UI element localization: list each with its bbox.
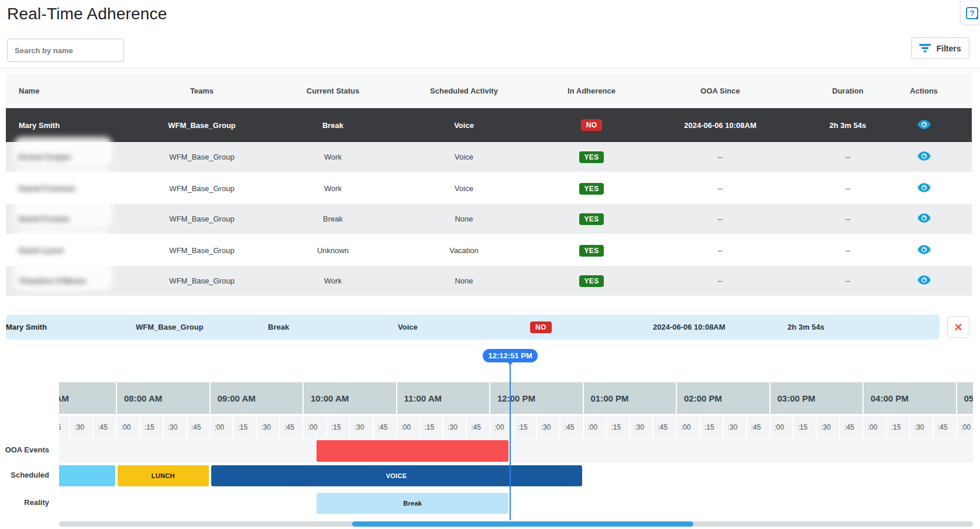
scheduled-bar: [59, 465, 115, 486]
eye-icon: [917, 245, 931, 254]
quarter-tick: :00: [771, 416, 793, 439]
table-row[interactable]: Mary SmithWFM_Base_GroupBreakVoiceNO2024…: [6, 108, 972, 142]
hour-cell: 01:00 PM: [584, 382, 676, 414]
current-time-pill: 12:12:51 PM: [483, 349, 538, 362]
privacy-blur: [14, 168, 112, 198]
hour-cell: 03:00 PM: [771, 382, 863, 414]
quarter-tick: :15: [420, 416, 442, 439]
scheduled-activity: Voice: [398, 121, 530, 130]
hour-cell: 04:00 PM: [864, 382, 956, 414]
reality-row-label: Reality: [0, 498, 49, 507]
quarter-tick: :45: [840, 416, 862, 439]
current-time-pill-tail: [507, 362, 513, 365]
hour-cell: 10:00 AM: [304, 382, 396, 414]
current-status: Break: [268, 121, 398, 130]
scheduled-activity: Voice: [398, 323, 530, 331]
duration: --: [788, 215, 908, 223]
help-icon: ?: [966, 7, 978, 19]
search-input[interactable]: [7, 39, 124, 62]
table-row[interactable]: David LynchWFM_Base_GroupUnknownVacation…: [6, 235, 972, 266]
quarter-tick: :45: [561, 416, 583, 439]
quarter-tick: :00: [397, 416, 419, 439]
quarter-tick: :45: [747, 416, 769, 439]
column-header: Scheduled Activity: [398, 87, 530, 95]
quarter-tick: :45: [934, 416, 956, 439]
agent-team: WFM_Base_Group: [136, 246, 268, 255]
table-row[interactable]: Ernest CooperWFM_Base_GroupWorkVoiceYES-…: [6, 142, 972, 173]
quarter-tick: :15: [793, 416, 816, 439]
column-header: Teams: [136, 87, 268, 95]
timeline-scrollbar-track[interactable]: [59, 521, 973, 527]
duration: --: [788, 153, 908, 161]
view-agent-button[interactable]: [915, 244, 933, 257]
quarter-tick: :15: [140, 416, 163, 439]
agent-team: WFM_Base_Group: [136, 215, 268, 223]
filters-button[interactable]: Filters: [911, 37, 969, 59]
scheduled-activity: Voice: [398, 184, 530, 193]
scheduled-bar: VOICE: [211, 465, 582, 486]
rta-page: Real-Time Adherence ? Filters NameTeamsC…: [0, 0, 980, 529]
current-time-line: [510, 362, 511, 520]
adherence-badge: YES: [579, 245, 604, 257]
duration: --: [788, 246, 908, 255]
eye-icon: [917, 120, 931, 129]
timeline-area: 07:00 AM08:00 AM09:00 AM10:00 AM11:00 AM…: [59, 382, 973, 529]
table-body: Mary SmithWFM_Base_GroupBreakVoiceNO2024…: [6, 108, 972, 297]
eye-icon: [917, 275, 931, 285]
quarter-tick: :30: [257, 416, 279, 439]
current-status: Work: [268, 153, 398, 161]
hour-cell: 08:00 AM: [117, 382, 209, 414]
selected-agent-detail-row: Mary SmithWFM_Base_GroupBreakVoiceNO2024…: [6, 314, 940, 340]
ooa-since: --: [653, 246, 788, 255]
ooa-since: --: [653, 153, 788, 161]
close-detail-button[interactable]: ✕: [947, 316, 969, 338]
view-agent-button[interactable]: [915, 182, 933, 195]
current-status: Work: [268, 276, 398, 285]
scheduled-row-label: Scheduled: [0, 471, 49, 479]
eye-icon: [917, 151, 931, 161]
hour-cell: 12:00 PM: [490, 382, 583, 414]
quarter-tick: :30: [724, 416, 746, 439]
column-header: Actions: [908, 87, 972, 95]
adherence-badge: YES: [579, 213, 604, 225]
quarter-tick: :30: [817, 416, 839, 439]
agent-name: David Froome: [19, 215, 70, 223]
agent-team: WFM_Base_Group: [136, 323, 268, 331]
view-agent-button[interactable]: [915, 150, 933, 164]
quarter-tick: :30: [350, 416, 373, 439]
help-button[interactable]: ?: [960, 0, 980, 25]
view-agent-button[interactable]: [915, 212, 933, 226]
hour-cell: 02:00 PM: [677, 382, 769, 414]
agent-team: WFM_Base_Group: [136, 184, 268, 193]
scheduled-activity: None: [398, 215, 530, 223]
agent-team: WFM_Base_Group: [136, 276, 268, 285]
quarter-tick: :45: [187, 416, 209, 439]
quarter-tick: :30: [537, 416, 559, 439]
agent-name: Theodore O'Moore: [19, 276, 86, 285]
column-header: OOA Since: [653, 87, 788, 95]
eye-icon: [917, 213, 931, 223]
table-row[interactable]: Daniel FreemanWFM_Base_GroupWorkVoiceYES…: [6, 173, 972, 204]
column-header: Current Status: [268, 87, 398, 95]
ooa-since: 2024-06-06 10:08AM: [653, 121, 788, 130]
filter-icon: [919, 44, 931, 53]
adherence-badge: YES: [579, 151, 604, 163]
quarter-tick: :15: [233, 416, 256, 439]
view-agent-button[interactable]: [915, 274, 933, 288]
ooa-since: --: [653, 184, 788, 193]
reality-bar: Break: [317, 493, 508, 514]
agent-team: WFM_Base_Group: [136, 153, 268, 161]
ooa-events-row-label: OOA Events: [0, 445, 49, 454]
timeline-scrollbar-thumb[interactable]: [352, 521, 693, 527]
current-time-label: 12:12:51 PM: [489, 351, 532, 360]
column-header: Duration: [788, 87, 908, 95]
table-row[interactable]: Theodore O'MooreWFM_Base_GroupWorkNoneYE…: [6, 266, 972, 297]
filters-label: Filters: [936, 44, 961, 53]
scheduled-activity: Voice: [398, 153, 530, 161]
duration: 2h 3m 54s: [788, 323, 908, 331]
view-agent-button[interactable]: [915, 119, 933, 132]
table-row[interactable]: David FroomeWFM_Base_GroupBreakNoneYES--…: [6, 204, 972, 235]
current-status: Break: [268, 215, 398, 223]
quarter-tick: :00: [211, 416, 233, 439]
quarter-tick: :45: [467, 416, 489, 439]
